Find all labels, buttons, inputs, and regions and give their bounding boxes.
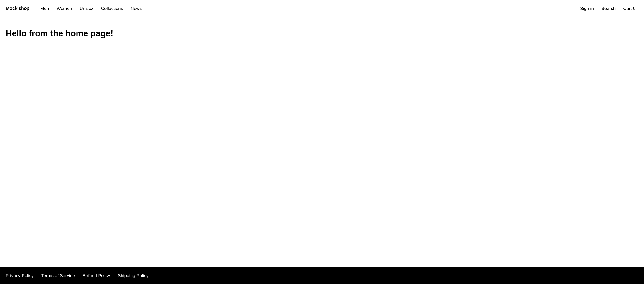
nav-item-unisex[interactable]: Unisex — [76, 4, 97, 13]
header-left: Mock.shop MenWomenUnisexCollectionsNews — [6, 4, 145, 13]
nav-item-news[interactable]: News — [127, 4, 145, 13]
home-heading: Hello from the home page! — [6, 29, 638, 39]
footer-link-refund-policy[interactable]: Refund Policy — [80, 272, 113, 279]
header-right: Sign inSearchCart 0 — [577, 4, 638, 13]
site-header: Mock.shop MenWomenUnisexCollectionsNews … — [0, 0, 644, 17]
header-right-item-search[interactable]: Search — [598, 4, 618, 13]
site-footer: Privacy PolicyTerms of ServiceRefund Pol… — [0, 267, 644, 284]
header-right-item-sign-in[interactable]: Sign in — [577, 4, 596, 13]
main-nav: MenWomenUnisexCollectionsNews — [37, 4, 145, 13]
nav-item-collections[interactable]: Collections — [98, 4, 126, 13]
nav-item-women[interactable]: Women — [53, 4, 75, 13]
brand-logo[interactable]: Mock.shop — [6, 6, 30, 11]
footer-link-privacy-policy[interactable]: Privacy Policy — [6, 272, 36, 279]
nav-item-men[interactable]: Men — [37, 4, 52, 13]
footer-link-shipping-policy[interactable]: Shipping Policy — [115, 272, 152, 279]
main-content: Hello from the home page! — [0, 17, 644, 267]
footer-link-terms-of-service[interactable]: Terms of Service — [38, 272, 78, 279]
header-right-item-cart-0[interactable]: Cart 0 — [620, 4, 638, 13]
